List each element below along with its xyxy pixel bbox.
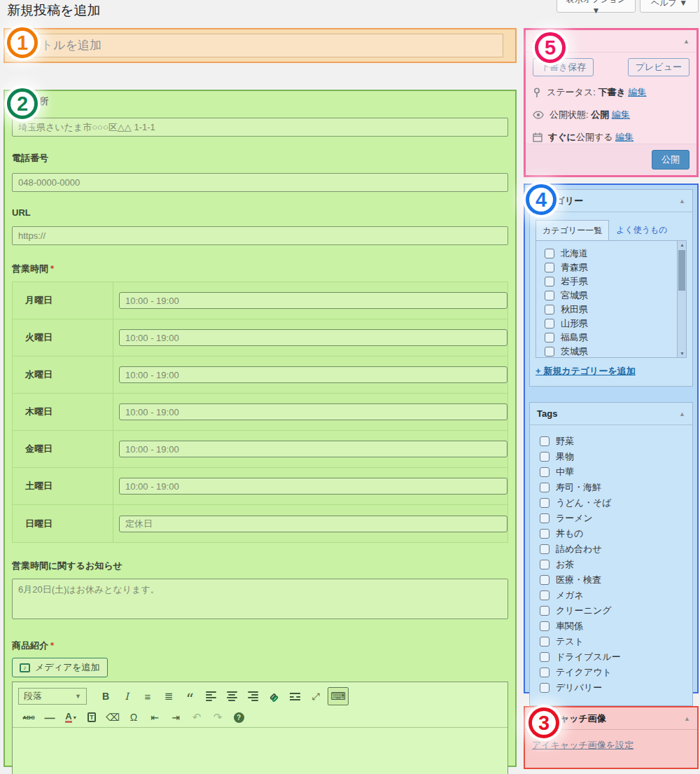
product-intro-editor: 段落 ▼ BI≡≣“⤢⌨ ABC—A▾T⌫Ω⇤⇥↶↷?: [12, 682, 508, 774]
edit-schedule-link[interactable]: 編集: [615, 132, 634, 142]
tab-all-categories[interactable]: カテゴリー一覧: [536, 220, 609, 241]
hours-row: 日曜日: [13, 505, 507, 542]
add-new-post-page: 新規投稿を追加 表示オプション ▼ ヘルプ ▼ 店舗住所 電話番号 URL 営業…: [0, 0, 700, 774]
hours-input[interactable]: [119, 478, 507, 495]
checkbox[interactable]: [540, 544, 550, 554]
checkbox[interactable]: [540, 498, 550, 508]
title-annotation-box: [4, 28, 517, 63]
read-more-button[interactable]: [286, 689, 304, 704]
checkbox[interactable]: [545, 263, 554, 272]
blockquote-button[interactable]: “: [181, 689, 199, 704]
link-button[interactable]: [265, 689, 283, 704]
special-character-button[interactable]: Ω: [125, 710, 143, 725]
scrollbar-thumb[interactable]: [678, 250, 685, 291]
bulleted-list-button[interactable]: ≡: [139, 689, 157, 704]
checkbox[interactable]: [540, 668, 550, 677]
scroll-down-icon[interactable]: ▼: [680, 351, 685, 356]
align-center-button[interactable]: [223, 689, 241, 704]
collapse-icon[interactable]: ▲: [679, 198, 685, 205]
checkbox[interactable]: [545, 305, 554, 315]
phone-input[interactable]: [12, 173, 508, 192]
checkbox[interactable]: [545, 277, 554, 286]
undo-button[interactable]: ↶: [188, 710, 206, 725]
clear-formatting-button[interactable]: ⌫: [104, 710, 122, 725]
checkbox[interactable]: [540, 513, 550, 523]
indent-button[interactable]: ⇥: [167, 710, 185, 725]
help-button[interactable]: ?: [230, 710, 248, 725]
hours-input[interactable]: [119, 329, 507, 346]
checkbox[interactable]: [540, 436, 550, 446]
add-new-category-link[interactable]: + 新規カテゴリーを追加: [536, 365, 636, 378]
italic-button[interactable]: I: [118, 689, 136, 704]
checkbox[interactable]: [540, 452, 550, 462]
list-item: 茨城県: [539, 345, 683, 358]
scrollbar[interactable]: ▲ ▼: [677, 241, 686, 357]
bold-icon: B: [102, 691, 109, 702]
editor-content-area[interactable]: [13, 727, 507, 774]
checkbox[interactable]: [540, 575, 550, 585]
checkbox[interactable]: [545, 333, 554, 343]
checkbox[interactable]: [545, 347, 554, 357]
strikethrough-button[interactable]: ABC: [20, 710, 38, 725]
outdent-button[interactable]: ⇤: [146, 710, 164, 725]
annotation-circle-2: 2: [7, 88, 38, 119]
checkbox[interactable]: [540, 652, 550, 662]
category-checklist: 北海道青森県岩手県宮城県秋田県山形県福島県茨城県 ▲ ▼: [536, 240, 687, 358]
list-item: 野菜: [540, 434, 682, 449]
collapse-icon[interactable]: ▲: [684, 715, 690, 722]
checkbox[interactable]: [540, 590, 550, 600]
italic-icon: I: [125, 691, 129, 702]
align-left-button[interactable]: [202, 689, 220, 704]
horizontal-rule-button[interactable]: —: [41, 710, 59, 725]
hours-input[interactable]: [119, 292, 507, 309]
preview-button[interactable]: プレビュー: [628, 58, 690, 76]
clear-formatting-icon: ⌫: [106, 712, 120, 723]
hours-input[interactable]: [119, 441, 507, 457]
help-button[interactable]: ヘルプ ▼: [640, 0, 699, 13]
checkbox[interactable]: [545, 319, 554, 329]
checkbox[interactable]: [540, 637, 550, 647]
hours-input[interactable]: [119, 516, 507, 532]
collapse-icon[interactable]: ▲: [679, 410, 685, 417]
edit-visibility-link[interactable]: 編集: [612, 109, 630, 120]
checkbox[interactable]: [540, 560, 550, 569]
list-item: 果物: [540, 449, 682, 464]
help-icon: ?: [234, 712, 244, 723]
tags-panel-title: Tags: [537, 408, 557, 419]
list-item: 福島県: [539, 331, 683, 345]
align-right-button[interactable]: [244, 689, 262, 704]
screen-options-button[interactable]: 表示オプション ▼: [556, 0, 636, 13]
url-input[interactable]: [12, 226, 508, 245]
bold-button[interactable]: B: [97, 689, 115, 704]
scroll-up-icon[interactable]: ▲: [680, 242, 685, 247]
set-featured-image-link[interactable]: アイキャッチ画像を設定: [532, 739, 634, 752]
toolbar-toggle-button[interactable]: ⌨: [328, 687, 349, 705]
checkbox[interactable]: [540, 529, 550, 539]
redo-button[interactable]: ↷: [209, 710, 227, 725]
checkbox[interactable]: [540, 621, 550, 631]
hours-notice-textarea[interactable]: [12, 579, 508, 619]
paragraph-select[interactable]: 段落 ▼: [18, 688, 87, 705]
category-label: 秋田県: [561, 303, 588, 316]
collapse-icon[interactable]: ▲: [683, 38, 690, 45]
address-input[interactable]: [12, 118, 508, 137]
hours-input[interactable]: [119, 366, 507, 383]
hours-input[interactable]: [119, 403, 507, 420]
text-color-button[interactable]: A▾: [62, 710, 80, 725]
link-icon: [270, 693, 279, 700]
tab-most-used[interactable]: よく使うもの: [609, 220, 674, 240]
checkbox[interactable]: [540, 483, 550, 492]
checkbox[interactable]: [545, 249, 554, 258]
checkbox[interactable]: [540, 467, 550, 477]
edit-status-link[interactable]: 編集: [628, 87, 646, 97]
checkbox[interactable]: [545, 291, 554, 300]
numbered-list-button[interactable]: ≣: [160, 689, 178, 704]
checkbox[interactable]: [540, 606, 550, 616]
pin-icon: [533, 88, 541, 98]
checkbox[interactable]: [540, 683, 550, 693]
add-media-button[interactable]: ♪ メディアを追加: [12, 658, 108, 677]
fullscreen-button[interactable]: ⤢: [307, 689, 325, 704]
publish-button[interactable]: 公開: [652, 150, 690, 170]
post-title-input[interactable]: [10, 34, 503, 57]
paste-as-text-button[interactable]: T: [83, 710, 101, 725]
